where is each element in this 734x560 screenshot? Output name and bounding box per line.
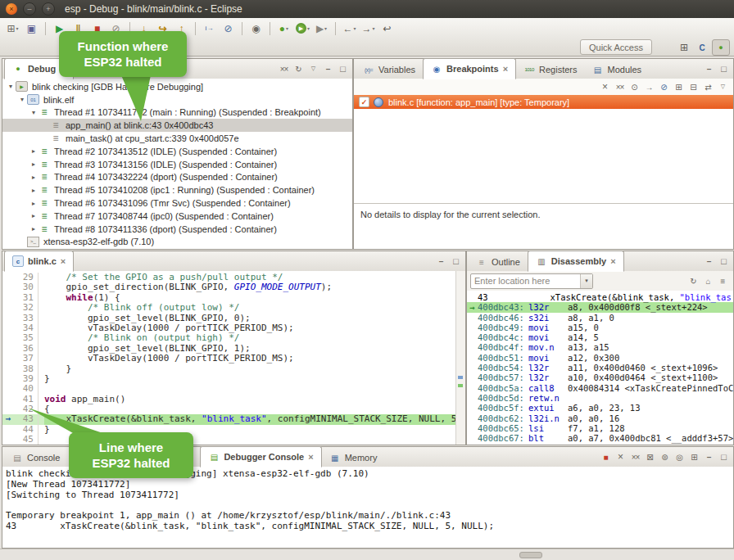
minimize-icon[interactable]: [321, 62, 335, 75]
external-tools-icon[interactable]: [313, 20, 330, 36]
remove-all-icon[interactable]: [628, 450, 642, 463]
debug-tree-row[interactable]: main_task() at cpu_start.c:339 0x400d057…: [2, 132, 352, 145]
remove-launch-icon[interactable]: [614, 450, 628, 463]
remove-icon[interactable]: [598, 80, 612, 93]
home-icon[interactable]: [701, 274, 715, 287]
tab-variables[interactable]: Variables: [356, 61, 423, 79]
disassembly-row[interactable]: 400dbc57:l32ra10, 0x400d0464 <_stext+110…: [467, 373, 733, 382]
window-minimize-button[interactable]: –: [23, 2, 36, 16]
remove-terminated-icon[interactable]: [277, 62, 291, 75]
disassembly-row[interactable]: 400dbc4c:movia14, 5: [467, 332, 733, 342]
tab-breakpoints[interactable]: Breakpoints: [423, 58, 516, 79]
expand-all-icon[interactable]: [672, 80, 686, 93]
line-number[interactable]: 37: [14, 354, 39, 364]
instruction-stepping-icon[interactable]: [201, 20, 218, 36]
tab-disassembly[interactable]: Disassembly: [528, 251, 624, 272]
breakpoint-row[interactable]: blink.c [function: app_main] [type: Temp…: [354, 95, 733, 109]
open-perspective-icon[interactable]: [676, 40, 692, 55]
debug-tree-row[interactable]: app_main() at blink.c:43 0x400dbc43: [2, 119, 352, 132]
combo-dropdown-icon[interactable]: [580, 274, 592, 288]
expander-icon[interactable]: [6, 83, 16, 90]
expander-icon[interactable]: [29, 109, 39, 116]
debug-tree-row[interactable]: Thread #6 1073431096 (Tmr Svc) (Suspende…: [2, 196, 352, 210]
restart-icon[interactable]: [292, 62, 306, 75]
debug-perspective-icon[interactable]: [712, 39, 730, 56]
breakpoint-checkbox[interactable]: [359, 97, 369, 107]
window-maximize-button[interactable]: +: [42, 2, 55, 16]
debug-tree-row[interactable]: Thread #5 1073410208 (ipc1 : Running) (S…: [2, 183, 352, 196]
close-tab-icon[interactable]: [610, 256, 615, 266]
overview-mark-current-line[interactable]: [458, 384, 463, 387]
open-console-icon[interactable]: [687, 450, 701, 463]
disassembly-row[interactable]: 400dbc54:l32ra11, 0x400d0460 <_stext+109…: [467, 363, 733, 373]
forward-icon[interactable]: [360, 20, 377, 36]
disassembly-row[interactable]: 400dbc6a:bnonea0, a1, 0x400dbc8b <__addd…: [467, 443, 733, 445]
debug-tree[interactable]: blink checking [GDB Hardware Debugging]b…: [2, 79, 352, 249]
minimize-icon[interactable]: [702, 450, 716, 463]
overview-mark-breakpoint[interactable]: [458, 376, 463, 379]
maximize-icon[interactable]: [717, 62, 731, 75]
location-combo[interactable]: Enter location here: [470, 273, 593, 289]
line-number[interactable]: 30: [14, 282, 39, 292]
maximize-icon[interactable]: [449, 255, 463, 268]
disassembly-row[interactable]: 400dbc5f:extuia6, a0, 23, 13: [467, 403, 733, 413]
expander-icon[interactable]: [29, 200, 39, 207]
disassembly-listing[interactable]: 43 xTaskCreate(&blink_task, "blink_tas40…: [467, 291, 733, 445]
tab-blink-c[interactable]: blink.c: [4, 251, 74, 272]
expander-icon[interactable]: [29, 187, 39, 194]
new-icon[interactable]: [4, 20, 21, 36]
breakpoints-list[interactable]: blink.c [function: app_main] [type: Temp…: [354, 95, 733, 249]
remove-all-icon[interactable]: [613, 80, 627, 93]
tab-outline[interactable]: Outline: [469, 253, 528, 271]
last-edit-icon[interactable]: [378, 20, 396, 36]
settings-icon[interactable]: [716, 274, 730, 287]
close-tab-icon[interactable]: [61, 256, 66, 266]
show-supported-icon[interactable]: [628, 80, 641, 93]
window-close-button[interactable]: ×: [6, 3, 17, 15]
go-to-file-icon[interactable]: [642, 80, 656, 93]
debug-icon[interactable]: [275, 20, 292, 36]
close-tab-icon[interactable]: [503, 64, 508, 74]
tab-memory[interactable]: Memory: [322, 449, 385, 467]
search-icon[interactable]: [247, 20, 265, 36]
expander-icon[interactable]: [29, 147, 39, 155]
sash-handle[interactable]: [519, 552, 542, 558]
tab-debugger-console[interactable]: Debugger Console: [200, 446, 321, 467]
tab-modules[interactable]: Modules: [585, 61, 650, 79]
view-menu-icon[interactable]: [306, 62, 320, 75]
tab-console[interactable]: Console: [4, 449, 67, 467]
expander-icon[interactable]: [29, 225, 39, 233]
expander-icon[interactable]: [29, 160, 39, 168]
clear-icon[interactable]: [643, 450, 657, 463]
expander-icon[interactable]: [17, 96, 27, 103]
terminate-icon[interactable]: [599, 450, 613, 463]
disassembly-row[interactable]: 400dbc46:s32ia8, a1, 0: [467, 313, 733, 323]
quick-access-button[interactable]: Quick Access: [580, 39, 652, 55]
view-menu-icon[interactable]: [716, 80, 730, 93]
maximize-icon[interactable]: [717, 450, 731, 463]
debug-tree-row[interactable]: Thread #1 1073411772 (main : Running) (S…: [2, 106, 352, 120]
location-input[interactable]: Enter location here: [471, 276, 580, 286]
back-icon[interactable]: [341, 20, 358, 36]
code-editor[interactable]: 29 /* Set the GPIO as a push/pull output…: [2, 271, 465, 445]
debug-tree-row[interactable]: Thread #3 1073413156 (IDLE) (Suspended :…: [2, 158, 352, 171]
maximize-icon[interactable]: [717, 255, 731, 268]
cpp-perspective-icon[interactable]: [694, 40, 710, 55]
overview-ruler[interactable]: [455, 271, 465, 445]
debug-tree-row[interactable]: Thread #2 1073413512 (IDLE) (Suspended :…: [2, 145, 352, 158]
disassembly-row[interactable]: 400dbc4f:mov.na13, a15: [467, 342, 733, 352]
disassembly-row[interactable]: 400dbc5d:retw.n: [467, 393, 733, 403]
minimize-icon[interactable]: [434, 255, 448, 268]
minimize-icon[interactable]: [702, 255, 716, 268]
minimize-icon[interactable]: [702, 62, 716, 75]
link-with-debug-icon[interactable]: [701, 80, 715, 93]
pin-icon[interactable]: [673, 450, 686, 463]
tab-registers[interactable]: Registers: [516, 61, 584, 79]
expander-icon[interactable]: [29, 174, 39, 181]
scroll-lock-icon[interactable]: [658, 450, 672, 463]
refresh-icon[interactable]: [686, 274, 700, 287]
skip-breakpoints-icon[interactable]: [220, 20, 237, 36]
maximize-icon[interactable]: [336, 62, 350, 75]
debug-tree-row[interactable]: Thread #8 1073411336 (dport) (Suspended …: [2, 223, 352, 236]
line-number[interactable]: 40: [14, 384, 39, 394]
